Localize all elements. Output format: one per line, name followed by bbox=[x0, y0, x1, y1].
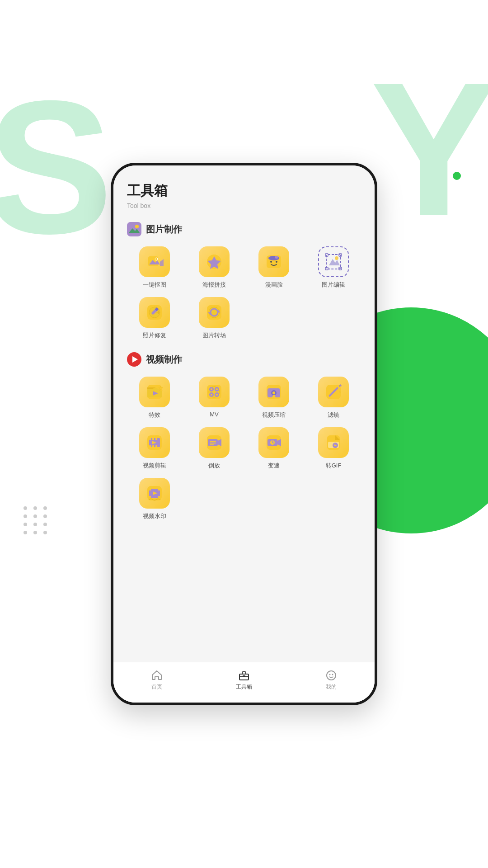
svg-rect-88 bbox=[149, 496, 151, 498]
svg-point-2 bbox=[135, 225, 139, 228]
yasuo-label: 视频压缩 bbox=[262, 411, 286, 419]
svg-point-16 bbox=[335, 256, 338, 260]
manhua-label: 漫画脸 bbox=[265, 281, 283, 289]
tool-daofang[interactable]: 倒放 bbox=[187, 427, 242, 470]
svg-point-11 bbox=[275, 256, 278, 259]
texiao-icon bbox=[139, 377, 170, 407]
svg-line-78 bbox=[272, 443, 274, 443]
nav-home-label: 首页 bbox=[151, 683, 162, 691]
tool-haibao[interactable]: 海报拼接 bbox=[187, 246, 242, 289]
video-section-icon bbox=[127, 352, 141, 367]
svg-rect-72 bbox=[210, 444, 214, 445]
bianji-icon bbox=[318, 246, 349, 277]
nav-mine[interactable]: 我的 bbox=[287, 670, 375, 691]
page-title: 工具箱 bbox=[127, 182, 361, 200]
svg-point-97 bbox=[332, 674, 333, 675]
bianji-label: 图片编辑 bbox=[322, 281, 345, 289]
toolbox-icon bbox=[238, 670, 250, 681]
tool-zhuanchang[interactable]: 图片转场 bbox=[187, 297, 242, 340]
texiao-label: 特效 bbox=[149, 411, 160, 419]
tool-shuiyin[interactable]: 视频水印 bbox=[127, 478, 182, 520]
svg-marker-15 bbox=[329, 259, 340, 265]
image-tool-grid: 一键抠图 海报拼接 bbox=[127, 246, 361, 340]
xiufu-label: 照片修复 bbox=[143, 331, 166, 340]
video-tool-grid: 特效 bbox=[127, 377, 361, 520]
svg-point-5 bbox=[155, 258, 158, 260]
zhuanchang-label: 图片转场 bbox=[202, 331, 226, 340]
tool-bianshu[interactable]: 变速 bbox=[246, 427, 301, 470]
bg-letter-y: Y bbox=[371, 54, 488, 244]
tool-texiao[interactable]: 特效 bbox=[127, 377, 182, 419]
lvjing-label: 滤镜 bbox=[328, 411, 339, 419]
svg-rect-53 bbox=[273, 395, 275, 397]
mine-icon bbox=[325, 670, 337, 681]
svg-point-96 bbox=[329, 674, 330, 675]
manhua-icon bbox=[258, 246, 289, 277]
image-section-title: 图片制作 bbox=[146, 223, 182, 236]
svg-point-46 bbox=[211, 394, 212, 396]
yijian-icon bbox=[139, 246, 170, 277]
shuiyin-label: 视频水印 bbox=[143, 512, 166, 520]
svg-rect-87 bbox=[158, 489, 160, 491]
svg-rect-26 bbox=[156, 312, 160, 313]
tool-gif[interactable]: 转GIF bbox=[306, 427, 361, 470]
tool-xiufu[interactable]: 照片修复 bbox=[127, 297, 182, 340]
nav-toolbox-label: 工具箱 bbox=[236, 683, 252, 691]
phone-frame: 工具箱 Tool box 图片制作 bbox=[111, 163, 377, 705]
svg-point-47 bbox=[216, 394, 218, 396]
tool-yasuo[interactable]: 视频压缩 bbox=[246, 377, 301, 419]
yasuo-icon bbox=[258, 377, 289, 407]
bianshu-icon bbox=[258, 427, 289, 458]
svg-rect-60 bbox=[149, 438, 151, 440]
svg-rect-63 bbox=[149, 445, 151, 447]
tool-lvjing[interactable]: 滤镜 bbox=[306, 377, 361, 419]
gif-icon bbox=[318, 427, 349, 458]
image-section-header: 图片制作 bbox=[127, 222, 361, 236]
svg-rect-62 bbox=[155, 438, 157, 440]
tool-manhua[interactable]: 漫画脸 bbox=[246, 246, 301, 289]
daofang-icon bbox=[199, 427, 230, 458]
bg-letter-s: S bbox=[0, 72, 113, 262]
nav-toolbox[interactable]: 工具箱 bbox=[201, 670, 288, 691]
lvjing-icon bbox=[318, 377, 349, 407]
svg-point-12 bbox=[270, 261, 272, 263]
gif-label: 转GIF bbox=[326, 462, 342, 470]
tool-bianji[interactable]: 图片编辑 bbox=[306, 246, 361, 289]
tool-yijian[interactable]: 一键抠图 bbox=[127, 246, 182, 289]
svg-point-13 bbox=[276, 261, 277, 263]
svg-point-45 bbox=[216, 388, 218, 390]
svg-rect-65 bbox=[155, 445, 157, 447]
bianshu-label: 变速 bbox=[268, 462, 280, 470]
jianjie-label: 视频剪辑 bbox=[143, 462, 166, 470]
svg-rect-89 bbox=[158, 496, 160, 498]
bottom-nav: 首页 工具箱 bbox=[113, 662, 375, 703]
bg-dots bbox=[23, 506, 49, 534]
shuiyin-icon bbox=[139, 478, 170, 509]
scroll-area: 工具箱 Tool box 图片制作 bbox=[113, 165, 375, 662]
tool-jianjie[interactable]: 视频剪辑 bbox=[127, 427, 182, 470]
xiufu-icon bbox=[139, 297, 170, 328]
daofang-label: 倒放 bbox=[208, 462, 220, 470]
side-button-left bbox=[111, 301, 113, 324]
svg-rect-92 bbox=[243, 675, 245, 677]
home-icon bbox=[151, 670, 163, 681]
mv-icon bbox=[199, 377, 230, 407]
svg-point-51 bbox=[272, 392, 275, 394]
svg-rect-86 bbox=[149, 489, 151, 491]
nav-home[interactable]: 首页 bbox=[113, 670, 201, 691]
haibao-label: 海报拼接 bbox=[202, 281, 226, 289]
svg-marker-56 bbox=[339, 384, 342, 387]
mv-label: MV bbox=[210, 411, 219, 418]
svg-rect-71 bbox=[210, 443, 216, 443]
zhuanchang-icon bbox=[199, 297, 230, 328]
tool-mv[interactable]: MV bbox=[187, 377, 242, 419]
screen: 工具箱 Tool box 图片制作 bbox=[113, 165, 375, 703]
page-subtitle: Tool box bbox=[127, 202, 361, 209]
image-section-icon bbox=[127, 222, 141, 236]
side-button-right bbox=[375, 550, 377, 572]
svg-rect-0 bbox=[127, 222, 141, 236]
nav-mine-label: 我的 bbox=[326, 683, 337, 691]
svg-point-44 bbox=[211, 388, 212, 390]
video-section-title: 视频制作 bbox=[146, 354, 182, 366]
jianjie-icon bbox=[139, 427, 170, 458]
